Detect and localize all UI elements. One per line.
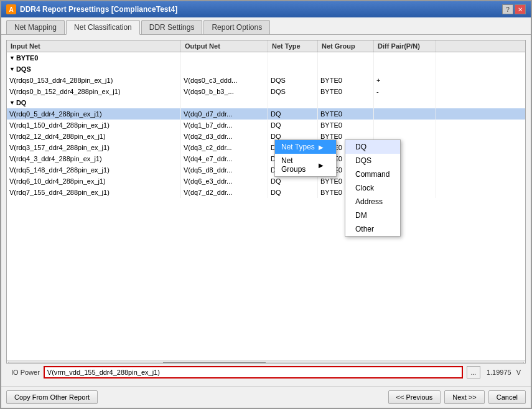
collapse-icon[interactable]: ▼ (9, 66, 15, 72)
table-row[interactable]: V(rdq2_12_ddr4_288pin_ex_j1) V(dq2_d3_dd… (7, 131, 525, 142)
action-left: Copy From Other Report (6, 390, 98, 404)
table-row[interactable]: ▼ BYTE0 (7, 52, 525, 63)
submenu-item-dqs[interactable]: DQS (345, 154, 400, 167)
net-types-menu-item[interactable]: Net Types ▶ (275, 140, 336, 154)
net-group: BYTE0 (318, 120, 374, 131)
col-input-net: Input Net (7, 40, 181, 52)
dqs-group-label: ▼ DQS (7, 63, 181, 75)
net-type: DQ (268, 176, 318, 187)
submenu-item-command[interactable]: Command (345, 167, 400, 181)
net-type: DQ (268, 108, 318, 120)
net-types-submenu: DQ DQS Command Clock Address DM Other (345, 139, 401, 237)
next-button[interactable]: Next >> (444, 390, 485, 404)
net-output: V(dq0_d7_ddr... (181, 108, 268, 120)
col-diff-pair: Diff Pair(P/N) (374, 40, 436, 52)
table-row[interactable]: ▼ DQ (7, 97, 525, 108)
col-net-group: Net Group (318, 40, 374, 52)
table-row[interactable]: V(rdq3_157_ddr4_288pin_ex_j1) V(dq3_c2_d… (7, 142, 525, 153)
table-row[interactable]: V(rdqs0_b_152_ddr4_288pin_ex_j1) V(dqs0_… (7, 86, 525, 97)
net-output: V(dq6_e3_ddr... (181, 176, 268, 187)
net-output: V(dq1_b7_ddr... (181, 120, 268, 131)
submenu-arrow-icon: ▶ (319, 144, 324, 151)
close-button[interactable]: ✕ (515, 4, 526, 14)
io-unit-label: V (516, 369, 521, 376)
table-row[interactable]: V(rdq4_3_ddr4_288pin_ex_j1) V(dq4_e7_ddr… (7, 153, 525, 164)
net-groups-label: Net Groups (281, 156, 319, 174)
submenu-arrow-icon: ▶ (319, 162, 324, 169)
net-input: V(rdq2_12_ddr4_288pin_ex_j1) (7, 131, 181, 142)
diff-pair: + (374, 75, 436, 86)
table-row[interactable]: V(rdq7_155_ddr4_288pin_ex_j1) V(dq7_d2_d… (7, 187, 525, 198)
submenu-item-address[interactable]: Address (345, 195, 400, 209)
tabs-bar: Net Mapping Net Classification DDR Setti… (1, 17, 531, 35)
net-groups-menu-item[interactable]: Net Groups ▶ (275, 154, 336, 176)
title-bar: A DDR4 Report Presettings [ComplianceTes… (1, 1, 531, 17)
net-type: DQ (268, 187, 318, 198)
io-power-input[interactable] (44, 366, 463, 378)
table-row[interactable]: V(rdqs0_153_ddr4_288pin_ex_j1) V(dqs0_c3… (7, 75, 525, 86)
net-output: V(dq2_d3_ddr... (181, 131, 268, 142)
net-table: Input Net Output Net Net Type Net Group … (6, 40, 526, 364)
copy-from-button[interactable]: Copy From Other Report (6, 390, 98, 404)
submenu-item-dq[interactable]: DQ (345, 140, 400, 154)
table-header: Input Net Output Net Net Type Net Group … (7, 40, 525, 52)
title-bar-left: A DDR4 Report Presettings [ComplianceTes… (6, 4, 177, 14)
help-button[interactable]: ? (502, 4, 513, 14)
scrollbar-track[interactable] (8, 362, 524, 364)
submenu-item-other[interactable]: Other (345, 222, 400, 236)
io-numeric-value: 1.19975 (487, 369, 511, 376)
collapse-icon[interactable]: ▼ (9, 55, 15, 61)
previous-button[interactable]: << Previous (388, 390, 441, 404)
diff-pair (374, 120, 436, 131)
net-input: V(rdq3_157_ddr4_288pin_ex_j1) (7, 142, 181, 153)
net-output: V(dq5_d8_ddr... (181, 164, 268, 176)
cancel-button[interactable]: Cancel (488, 390, 526, 404)
net-type: DQ (268, 120, 318, 131)
col-net-type: Net Type (268, 40, 318, 52)
io-power-label: IO Power (11, 369, 40, 376)
window-title: DDR4 Report Presettings [ComplianceTest4… (20, 5, 177, 14)
tab-report-options[interactable]: Report Options (203, 20, 270, 34)
tab-net-classification[interactable]: Net Classification (66, 20, 140, 35)
collapse-icon[interactable]: ▼ (9, 100, 15, 106)
action-right: << Previous Next >> Cancel (388, 390, 526, 404)
table-row[interactable]: V(rdq6_10_ddr4_288pin_ex_j1) V(dq6_e3_dd… (7, 176, 525, 187)
action-bar: Copy From Other Report << Previous Next … (1, 386, 531, 408)
submenu-item-clock[interactable]: Clock (345, 181, 400, 195)
net-types-label: Net Types (281, 143, 315, 151)
tab-ddr-settings[interactable]: DDR Settings (141, 20, 203, 34)
byte0-label: ▼ BYTE0 (7, 52, 181, 63)
net-output: V(dq4_e7_ddr... (181, 153, 268, 164)
main-window: A DDR4 Report Presettings [ComplianceTes… (0, 0, 532, 409)
app-icon: A (6, 4, 16, 14)
context-menu-box: Net Types ▶ Net Groups ▶ (274, 139, 337, 177)
io-browse-button[interactable]: ... (467, 366, 480, 378)
net-group: BYTE0 (318, 108, 374, 120)
table-row[interactable]: ▼ DQS (7, 63, 525, 75)
io-power-row: IO Power ... 1.19975 V (6, 364, 526, 381)
net-group: BYTE0 (318, 75, 374, 86)
net-input: V(rdq0_5_ddr4_288pin_ex_j1) (7, 108, 181, 120)
table-row[interactable]: V(rdq5_148_ddr4_288pin_ex_j1) V(dq5_d8_d… (7, 164, 525, 176)
table-body: ▼ BYTE0 ▼ DQS (7, 52, 525, 360)
title-bar-buttons: ? ✕ (502, 4, 526, 14)
table-row[interactable]: V(rdq1_150_ddr4_288pin_ex_j1) V(dq1_b7_d… (7, 120, 525, 131)
net-group: BYTE0 (318, 86, 374, 97)
net-output: V(dqs0_c3_ddd... (181, 75, 268, 86)
diff-pair: - (374, 86, 436, 97)
submenu-item-dm[interactable]: DM (345, 209, 400, 222)
net-output: V(dq3_c2_ddr... (181, 142, 268, 153)
net-output: V(dqs0_b_b3_... (181, 86, 268, 97)
content-area: Input Net Output Net Net Type Net Group … (1, 35, 531, 386)
horizontal-scrollbar[interactable] (7, 360, 525, 364)
tab-net-mapping[interactable]: Net Mapping (6, 20, 65, 34)
scrollbar-thumb[interactable] (163, 362, 266, 364)
net-output: V(dq7_d2_ddr... (181, 187, 268, 198)
net-input: V(rdq7_155_ddr4_288pin_ex_j1) (7, 187, 181, 198)
dq-group-label: ▼ DQ (7, 97, 181, 108)
net-input: V(rdq6_10_ddr4_288pin_ex_j1) (7, 176, 181, 187)
net-input: V(rdq4_3_ddr4_288pin_ex_j1) (7, 153, 181, 164)
col-output-net: Output Net (181, 40, 268, 52)
net-input: V(rdqs0_153_ddr4_288pin_ex_j1) (7, 75, 181, 86)
table-row[interactable]: V(rdq0_5_ddr4_288pin_ex_j1) V(dq0_d7_ddr… (7, 108, 525, 120)
